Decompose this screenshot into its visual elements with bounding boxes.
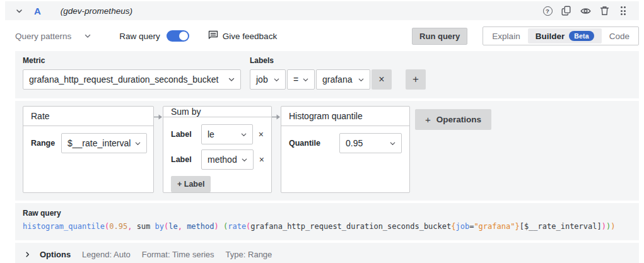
chevron-down-icon	[240, 131, 247, 138]
query-row-header[interactable]: A (gdev-prometheus) ?	[5, 1, 639, 20]
editor-mode-switcher: Explain Builder Beta Code	[483, 26, 639, 45]
operation-sum-by: Sum by Label le × Label method	[163, 106, 272, 193]
chevron-down-icon	[84, 32, 91, 40]
remove-sum-by-label-1-button[interactable]: ×	[259, 130, 264, 139]
operation-arrow-icon	[154, 113, 163, 122]
param-name: Label	[171, 155, 195, 164]
run-query-button[interactable]: Run query	[412, 28, 467, 45]
operation-rate: Rate Range $__rate_interval	[23, 106, 154, 193]
param-name: Quantile	[289, 139, 322, 148]
query-patterns-dropdown[interactable]: Query patterns	[15, 32, 91, 41]
chevron-down-icon	[358, 76, 365, 83]
query-ref-id[interactable]: A	[34, 6, 41, 16]
operation-sum-by-header[interactable]: Sum by	[163, 107, 271, 117]
remove-sum-by-label-2-button[interactable]: ×	[259, 155, 264, 164]
label-operator-select[interactable]: =	[287, 69, 315, 90]
metric-section-label: Metric	[23, 56, 241, 65]
operation-rate-header[interactable]: Rate	[23, 107, 153, 126]
options-type: Type: Range	[226, 250, 272, 259]
raw-query-toggle[interactable]	[167, 30, 189, 42]
label-value-select[interactable]: grafana	[316, 69, 370, 90]
duplicate-icon[interactable]	[559, 4, 573, 18]
add-label-filter-button[interactable]: +	[406, 69, 426, 90]
remove-label-filter-button[interactable]: ×	[372, 69, 392, 90]
options-format: Format: Time series	[142, 250, 214, 259]
drag-handle-icon[interactable]	[616, 4, 630, 18]
chevron-down-icon	[228, 76, 235, 83]
raw-query-code: histogram_quantile(0.95, sum by(le, meth…	[23, 222, 631, 231]
labels-section-label: Labels	[250, 56, 426, 65]
beta-badge: Beta	[569, 31, 594, 41]
chevron-right-icon	[24, 251, 31, 258]
tab-explain[interactable]: Explain	[484, 29, 527, 44]
labels-group: Labels job = grafana × +	[250, 56, 426, 90]
operations-section: Rate Range $__rate_interval Sum by Label…	[15, 101, 639, 201]
header-actions: ?	[541, 4, 630, 18]
sum-by-label-select-2[interactable]: method	[201, 149, 254, 170]
raw-query-label: Raw query	[119, 32, 160, 41]
operation-histogram-quantile-header[interactable]: Histogram quantile	[281, 107, 409, 126]
param-name: Label	[171, 130, 195, 139]
options-collapse-toggle[interactable]: Options	[24, 250, 71, 259]
metric-labels-section: Metric grafana_http_request_duration_sec…	[15, 51, 639, 98]
metric-group: Metric grafana_http_request_duration_sec…	[23, 56, 241, 90]
raw-query-switch-group: Raw query	[119, 30, 189, 42]
label-name-select[interactable]: job	[250, 69, 286, 90]
comment-icon	[208, 30, 218, 42]
chevron-down-icon	[273, 76, 280, 83]
operation-arrow-icon	[272, 113, 281, 122]
add-operations-button[interactable]: + Operations	[415, 109, 491, 130]
give-feedback-label: Give feedback	[223, 32, 277, 41]
quantile-select[interactable]: 0.95	[339, 133, 402, 153]
query-patterns-label: Query patterns	[15, 32, 71, 41]
options-section: Options Legend: Auto Format: Time series…	[15, 243, 639, 263]
rate-range-select[interactable]: $__rate_interval	[61, 133, 147, 153]
param-name: Range	[31, 139, 55, 148]
chevron-down-icon	[302, 76, 309, 83]
add-sum-by-label-button[interactable]: + Label	[171, 176, 211, 192]
tab-code[interactable]: Code	[602, 29, 637, 44]
give-feedback-link[interactable]: Give feedback	[208, 30, 277, 42]
options-legend: Legend: Auto	[82, 250, 131, 259]
sum-by-label-select-1[interactable]: le	[201, 124, 253, 144]
label-filter-row: job = grafana × +	[250, 69, 426, 90]
tab-builder[interactable]: Builder Beta	[528, 28, 602, 44]
hide-response-eye-icon[interactable]	[578, 4, 592, 18]
metric-select[interactable]: grafana_http_request_duration_seconds_bu…	[23, 69, 241, 90]
chevron-down-icon	[134, 140, 141, 147]
options-label: Options	[40, 250, 71, 259]
chevron-down-icon	[389, 140, 396, 147]
raw-query-section: Raw query histogram_quantile(0.95, sum b…	[15, 203, 639, 240]
datasource-name: (gdev-prometheus)	[61, 6, 132, 16]
help-icon[interactable]: ?	[541, 4, 554, 18]
operation-histogram-quantile: Histogram quantile Quantile 0.95	[281, 106, 410, 193]
collapse-chevron-icon[interactable]	[15, 7, 23, 15]
query-toolbar: Query patterns Raw query Give feedback R…	[15, 27, 639, 45]
chevron-down-icon	[241, 156, 248, 163]
raw-query-section-label: Raw query	[23, 209, 631, 218]
remove-query-trash-icon[interactable]	[597, 4, 611, 18]
